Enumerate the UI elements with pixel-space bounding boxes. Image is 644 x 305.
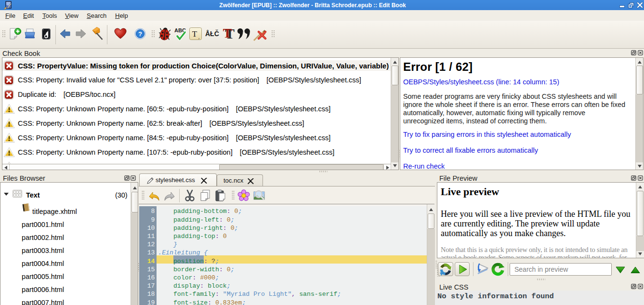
svg-text:,: , xyxy=(198,34,200,40)
svg-text:?: ? xyxy=(138,30,142,38)
svg-text:T: T xyxy=(223,26,232,40)
svg-text:T: T xyxy=(192,29,197,39)
